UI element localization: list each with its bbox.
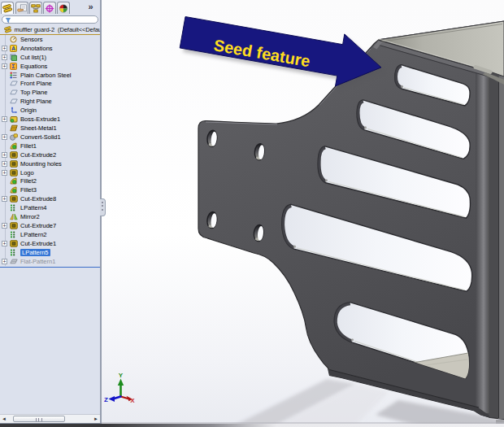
svg-text:Σ: Σ	[11, 63, 15, 69]
svg-text:A: A	[11, 46, 15, 51]
svg-text:Y: Y	[119, 372, 124, 379]
svg-text:Z: Z	[104, 396, 108, 403]
svg-text:X: X	[130, 397, 135, 404]
